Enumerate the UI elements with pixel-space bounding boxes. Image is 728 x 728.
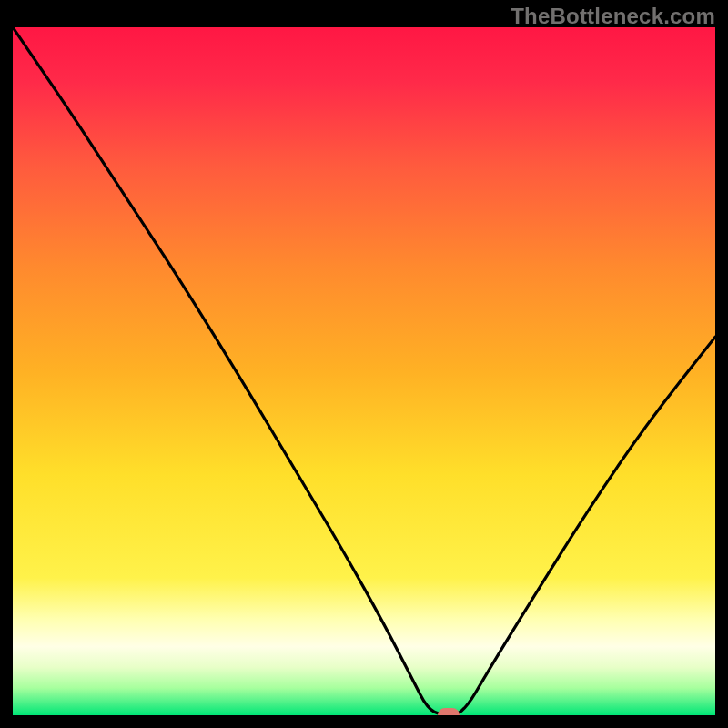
chart-container: TheBottleneck.com — [0, 0, 728, 728]
curve-svg — [13, 27, 715, 715]
plot-area — [13, 27, 715, 715]
min-point-marker — [438, 708, 460, 715]
bottleneck-curve-path — [13, 27, 715, 715]
watermark-text: TheBottleneck.com — [511, 4, 715, 29]
